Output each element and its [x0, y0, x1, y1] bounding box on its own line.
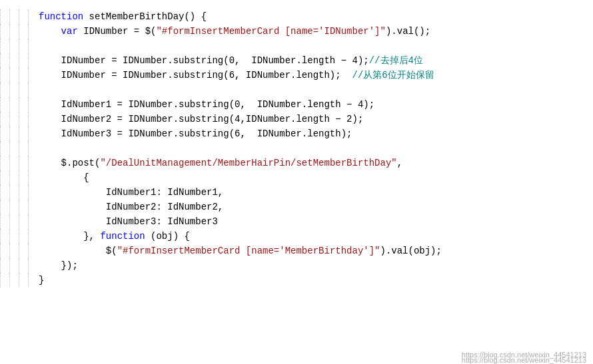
- indent-guide: [28, 53, 37, 68]
- indent-guide: [9, 24, 19, 39]
- indent-guide: [9, 244, 19, 258]
- indent-guide: [19, 24, 28, 39]
- indent-guide: [28, 97, 37, 112]
- indent-guide: [0, 258, 9, 273]
- indent-guide: [19, 53, 28, 68]
- indent-guide: [19, 244, 28, 258]
- indent-guide: [28, 229, 37, 244]
- indent-guide: [19, 258, 28, 273]
- code-line: IdNumber3: IdNumber3: [0, 214, 593, 229]
- indent-guide: [0, 156, 9, 170]
- code-line: });: [0, 258, 593, 273]
- indent-guide: [0, 126, 9, 141]
- code-line: IdNumber2 = IDNumber.substring(4,IDNumbe…: [0, 112, 593, 126]
- line-text: });: [37, 258, 593, 273]
- indent-guide: [28, 170, 37, 185]
- code-line: [0, 141, 593, 156]
- indent-guide: [19, 214, 28, 229]
- indent-guide: [19, 83, 28, 97]
- indent-guide: [9, 214, 19, 229]
- indent-guide: [28, 214, 37, 229]
- code-line: [0, 83, 593, 97]
- indent-guide: [9, 141, 19, 156]
- line-text: IdNumber1 = IDNumber.substring(0, IDNumb…: [37, 97, 593, 112]
- indent-guide: [28, 39, 37, 53]
- indent-guide: [28, 156, 37, 170]
- indent-guide: [0, 229, 9, 244]
- indent-guide: [0, 9, 9, 24]
- code-line: IDNumber = IDNumber.substring(0, IDNumbe…: [0, 53, 593, 68]
- indent-guide: [28, 9, 37, 24]
- line-text: IDNumber = IDNumber.substring(6, IDNumbe…: [37, 68, 593, 83]
- line-text: IdNumber1: IdNumber1,: [37, 185, 593, 200]
- code-line: IdNumber3 = IDNumber.substring(6, IDNumb…: [0, 126, 593, 141]
- indent-guide: [9, 229, 19, 244]
- line-text: }, function (obj) {: [37, 229, 593, 244]
- line-text: [37, 83, 593, 97]
- indent-guide: [9, 39, 19, 53]
- indent-guide: [9, 258, 19, 273]
- indent-guide: [28, 126, 37, 141]
- code-line: IdNumber1: IdNumber1,: [0, 185, 593, 200]
- line-text: [37, 39, 593, 53]
- indent-guide: [28, 258, 37, 273]
- indent-guide: [9, 112, 19, 126]
- indent-guide: [0, 170, 9, 185]
- indent-guide: [9, 9, 19, 24]
- code-line: }: [0, 273, 593, 287]
- line-text: [37, 141, 593, 156]
- watermark: https://blog.csdn.net/weixin_44541213: [462, 351, 586, 359]
- indent-guide: [28, 141, 37, 156]
- code-line: $.post("/DealUnitManagement/MemberHairPi…: [0, 156, 593, 170]
- indent-guide: [9, 170, 19, 185]
- indent-guide: [9, 156, 19, 170]
- indent-guide: [0, 244, 9, 258]
- line-text: {: [37, 170, 593, 185]
- indent-guide: [19, 170, 28, 185]
- indent-guide: [9, 200, 19, 214]
- code-line: {: [0, 170, 593, 185]
- indent-guide: [28, 68, 37, 83]
- indent-guide: [0, 83, 9, 97]
- code-editor: function setMemberBirthDay() { var IDNum…: [0, 0, 593, 364]
- indent-guide: [0, 273, 9, 287]
- indent-guide: [28, 112, 37, 126]
- indent-guide: [28, 185, 37, 200]
- indent-guide: [19, 273, 28, 287]
- indent-guide: [0, 200, 9, 214]
- line-text: var IDNumber = $("#formInsertMemberCard …: [37, 24, 593, 39]
- code-line: IDNumber = IDNumber.substring(6, IDNumbe…: [0, 68, 593, 83]
- code-line: IdNumber2: IdNumber2,: [0, 200, 593, 214]
- indent-guide: [0, 53, 9, 68]
- indent-guide: [0, 214, 9, 229]
- code-line: [0, 39, 593, 53]
- indent-guide: [19, 39, 28, 53]
- indent-guide: [19, 112, 28, 126]
- indent-guide: [19, 97, 28, 112]
- line-text: IdNumber3: IdNumber3: [37, 214, 593, 229]
- indent-guide: [0, 68, 9, 83]
- code-line: $("#formInsertMemberCard [name='MemberBi…: [0, 244, 593, 258]
- indent-guide: [0, 24, 9, 39]
- line-text: IdNumber2 = IDNumber.substring(4,IDNumbe…: [37, 112, 593, 126]
- indent-guide: [0, 185, 9, 200]
- indent-guide: [28, 24, 37, 39]
- indent-guide: [9, 185, 19, 200]
- indent-guide: [0, 112, 9, 126]
- code-content: function setMemberBirthDay() { var IDNum…: [0, 5, 593, 364]
- indent-guide: [9, 97, 19, 112]
- line-text: IdNumber2: IdNumber2,: [37, 200, 593, 214]
- indent-guide: [19, 185, 28, 200]
- indent-guide: [9, 53, 19, 68]
- indent-guide: [9, 273, 19, 287]
- indent-guide: [28, 244, 37, 258]
- line-text: IDNumber = IDNumber.substring(0, IDNumbe…: [37, 53, 593, 68]
- code-line: function setMemberBirthDay() {: [0, 9, 593, 24]
- indent-guide: [19, 200, 28, 214]
- indent-guide: [19, 9, 28, 24]
- line-text: }: [37, 273, 593, 287]
- indent-guide: [28, 273, 37, 287]
- indent-guide: [28, 83, 37, 97]
- code-line: IdNumber1 = IDNumber.substring(0, IDNumb…: [0, 97, 593, 112]
- indent-guide: [9, 83, 19, 97]
